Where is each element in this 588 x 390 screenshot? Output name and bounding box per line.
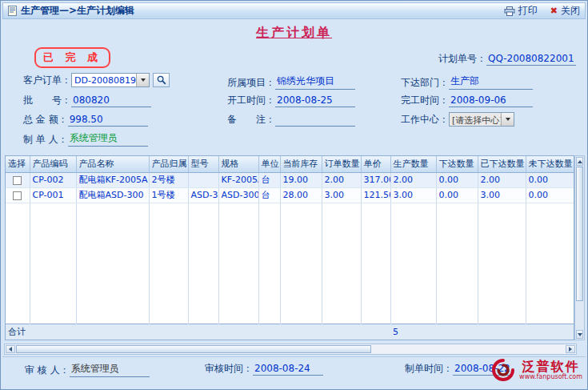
remark-label: 备 注：	[227, 113, 275, 127]
department-value[interactable]: 生产部	[449, 74, 533, 90]
column-header: 产品名称	[76, 156, 149, 172]
work-center-value: [请选择中心]	[450, 113, 501, 126]
arrow-right-icon	[569, 347, 572, 352]
select-cell	[6, 172, 30, 187]
close-label: 关闭	[561, 4, 580, 18]
total-cell	[218, 324, 258, 340]
row-checkbox[interactable]	[13, 191, 22, 200]
filler-cell	[258, 203, 280, 324]
scroll-down-button[interactable]	[576, 330, 583, 339]
customer-order-field: 客户订单： DD-20080819001	[23, 73, 170, 87]
table-cell: 台	[258, 187, 280, 203]
department-label: 下达部门：	[401, 76, 449, 90]
column-header: 生产数量	[390, 156, 436, 172]
vertical-scroll-thumb[interactable]	[576, 167, 583, 301]
remark-field: 备 注：	[227, 113, 355, 127]
horizontal-scroll-thumb[interactable]	[16, 345, 371, 353]
filler-cell	[436, 203, 478, 324]
vertical-scrollbar[interactable]	[574, 155, 585, 340]
total-production-qty: 5	[390, 324, 436, 340]
title-bar: 生产管理—>生产计划编辑 打印 ✖ 关闭	[2, 2, 586, 19]
finish-time-value[interactable]: 2008-09-06	[449, 94, 533, 107]
total-cell	[436, 324, 478, 340]
chevron-down-icon	[136, 74, 149, 86]
filler-cell	[188, 203, 218, 324]
total-cell	[30, 324, 76, 340]
table-cell: 配电箱KF-2005A	[76, 172, 149, 187]
table-cell: 2号楼	[149, 172, 188, 187]
customer-order-label: 客户订单：	[23, 74, 71, 87]
creator-label: 制 单 人：	[23, 133, 68, 147]
scroll-right-button[interactable]	[566, 345, 575, 353]
table-cell: 1号楼	[149, 187, 188, 203]
arrow-left-icon	[9, 347, 12, 352]
print-label: 打印	[518, 4, 538, 18]
start-time-value[interactable]: 2008-08-25	[275, 94, 355, 107]
start-time-label: 开工时间：	[227, 94, 275, 107]
table-cell	[188, 172, 218, 187]
plan-no-field: 计划单号： QQ-20080822001	[438, 52, 576, 66]
filler-cell	[6, 203, 30, 324]
fanpu-logo-icon	[491, 358, 515, 382]
table-cell: 0.00	[436, 187, 478, 203]
batch-no-label: 批 号：	[23, 94, 71, 107]
vendor-site: www.fanpusoft.com	[519, 373, 582, 380]
column-header: 规格	[218, 156, 258, 172]
filler-cell	[280, 203, 322, 324]
batch-no-value[interactable]: 080820	[71, 94, 151, 107]
table-cell: CP-001	[30, 187, 76, 203]
vendor-logo: 泛普软件 www.fanpusoft.com	[491, 358, 582, 382]
magnifier-icon	[157, 75, 166, 85]
filler-cell	[390, 203, 436, 324]
chevron-down-icon	[501, 113, 514, 126]
scroll-left-button[interactable]	[6, 345, 15, 353]
filler-cell	[361, 203, 390, 324]
column-header: 型号	[188, 156, 218, 172]
remark-value[interactable]	[275, 114, 355, 127]
select-cell	[6, 187, 30, 203]
filler-cell	[76, 203, 149, 324]
total-cell	[149, 324, 188, 340]
project-value[interactable]: 锦绣光华项目	[275, 74, 355, 90]
total-cell	[478, 324, 526, 340]
total-cell	[280, 324, 322, 340]
column-header: 当前库存	[280, 156, 322, 172]
review-time-label: 审核时间：	[205, 362, 253, 376]
titlebar-actions: 打印 ✖ 关闭	[504, 4, 580, 18]
customer-order-select[interactable]: DD-20080819001	[71, 73, 150, 87]
project-label: 所属项目：	[227, 76, 275, 90]
column-header: 产品编码	[30, 156, 76, 172]
table-cell: ASD-300	[218, 187, 258, 203]
column-header: 单价	[361, 156, 390, 172]
total-amount-label: 总 金 额：	[23, 113, 68, 127]
search-button[interactable]	[153, 73, 170, 87]
finish-time-field: 完工时间： 2008-09-06	[401, 94, 533, 107]
scroll-up-button[interactable]	[576, 157, 583, 166]
total-amount-value[interactable]: 998.50	[68, 114, 148, 127]
table-cell: 19.00	[280, 172, 322, 187]
page-title: 生产计划单	[1, 25, 587, 42]
plan-no-value[interactable]: QQ-20080822001	[486, 53, 576, 66]
total-cell	[322, 324, 361, 340]
reviewer-value: 系统管理员	[70, 362, 150, 377]
horizontal-scrollbar[interactable]	[4, 344, 577, 355]
production-plan-window: 生产管理—>生产计划编辑 打印 ✖ 关闭 生产计划单 已 完 成 计划单号： Q…	[0, 0, 588, 390]
print-button[interactable]: 打印	[504, 4, 538, 18]
status-stamp: 已 完 成	[34, 47, 110, 68]
printer-icon	[504, 6, 515, 16]
filler-cell	[30, 203, 76, 324]
review-time-field: 审核时间： 2008-08-24	[205, 362, 323, 376]
total-row: 合计5	[6, 324, 574, 340]
arrow-up-icon	[578, 160, 582, 163]
close-button[interactable]: ✖ 关闭	[550, 4, 580, 18]
close-icon: ✖	[550, 6, 558, 15]
table-header-row: 选择产品编码产品名称产品归属型号规格单位当前库存订单数量单价生产数量下达数量已下…	[6, 156, 574, 172]
table-cell: KF-2005A	[218, 172, 258, 187]
table-filler-row	[6, 203, 574, 324]
total-cell	[188, 324, 218, 340]
work-center-select[interactable]: [请选择中心]	[449, 112, 514, 127]
row-checkbox[interactable]	[13, 176, 22, 185]
table-cell: 0.00	[526, 172, 574, 187]
column-header: 已下达数量	[478, 156, 526, 172]
table-cell: 121.50	[361, 187, 390, 203]
